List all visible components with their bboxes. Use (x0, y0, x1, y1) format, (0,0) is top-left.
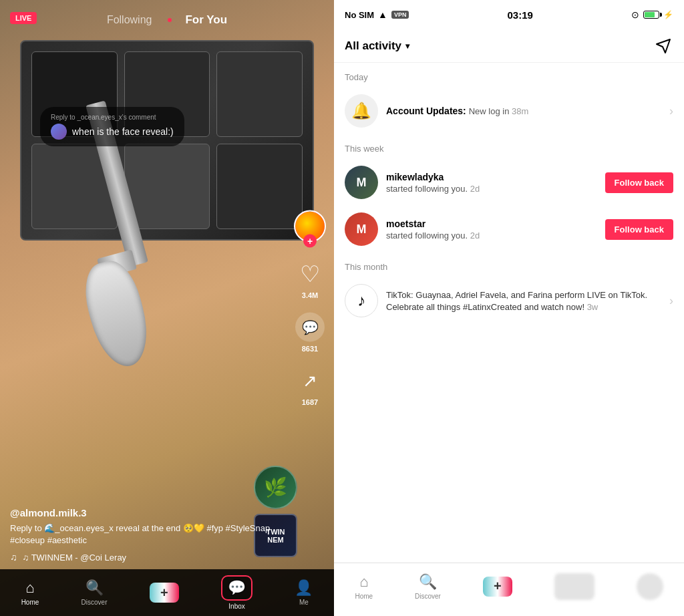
tiktok-logo-icon: ♪ (357, 291, 365, 310)
activity-title: All activity (345, 39, 401, 53)
blurred-nav-2 (637, 573, 663, 600)
chevron-right-tiktok-icon: › (669, 294, 673, 308)
follow-back-mike-button[interactable]: Follow back (605, 172, 673, 193)
home-icon: ⌂ (25, 579, 34, 597)
plus-button-right[interactable]: + (483, 577, 512, 597)
comment-bubble: Reply to _ocean.eyes_x's comment when is… (40, 107, 184, 146)
follow-plus-button[interactable]: + (303, 235, 317, 248)
nav-discover[interactable]: 🔍 Discover (81, 579, 108, 606)
notif-tiktok-live[interactable]: ♪ TikTok: Guaynaa, Adriel Favela, and Fa… (334, 277, 684, 324)
nav-inbox[interactable]: 💬 Inbox (221, 575, 252, 610)
chevron-right-icon: › (669, 104, 673, 118)
notif-account-content: Account Updates: New log in 38m (386, 105, 661, 117)
nav-right-discover[interactable]: 🔍 Discover (415, 573, 441, 600)
activity-dropdown[interactable]: All activity ▾ (345, 39, 409, 53)
nav-right-home[interactable]: ⌂ Home (355, 573, 373, 600)
status-time: 03:19 (508, 9, 533, 21)
heart-icon: ♡ (295, 259, 325, 289)
nav-home[interactable]: ⌂ Home (21, 579, 39, 606)
notif-mike-content: mikewladyka started following you. 2d (386, 172, 597, 194)
right-panel: No SIM ▲ VPN 03:19 ⊙ ⚡ All activity ▾ To… (334, 0, 684, 616)
notif-account-action: New log in 38m (469, 106, 529, 116)
notif-moet-username: moetstar (386, 218, 597, 229)
notif-moetstar[interactable]: M moetstar started following you. 2d Fol… (334, 206, 684, 253)
share-button[interactable]: ↗ 1687 (295, 366, 325, 406)
inbox-icon: 💬 (228, 579, 246, 596)
notif-mikewladyka[interactable]: M mikewladyka started following you. 2d … (334, 159, 684, 206)
notif-tiktok-description: TikTok: Guaynaa, Adriel Favela, and Fari… (386, 289, 661, 313)
sticker-overlay-1: 🌿 (254, 466, 297, 509)
bottom-info: @almond.milk.3 Reply to 🌊_ocean.eyes_x r… (10, 507, 287, 563)
notif-moet-action: started following you. 2d (386, 230, 597, 241)
comment-icon: 💬 (295, 313, 325, 342)
follow-back-moet-button[interactable]: Follow back (605, 219, 673, 240)
notif-mike-username: mikewladyka (386, 172, 597, 182)
carrier-text: No SIM (345, 10, 374, 20)
comment-button[interactable]: 💬 8631 (295, 313, 325, 353)
comment-count: 8631 (302, 345, 318, 353)
notification-header: All activity ▾ (334, 29, 684, 63)
mikewladyka-avatar: M (345, 166, 378, 199)
comment-avatar-row: when is the face reveal:) (51, 124, 174, 140)
section-this-month: This month (334, 253, 684, 277)
send-icon-svg (655, 38, 671, 54)
lightning-icon: ⚡ (663, 10, 673, 19)
notif-tiktok-time: 3w (587, 302, 598, 312)
nav-right-home-label: Home (355, 593, 373, 600)
notif-mike-action: started following you. 2d (386, 184, 597, 194)
svg-marker-0 (657, 39, 670, 53)
nav-right-plus[interactable]: + (483, 577, 512, 597)
battery-icon (643, 11, 659, 19)
nav-inbox-label: Inbox (228, 603, 244, 610)
wifi-icon: ▲ (378, 9, 387, 20)
send-button[interactable] (653, 36, 673, 56)
battery-fill (645, 12, 655, 17)
me-icon: 👤 (295, 579, 313, 597)
vpn-badge: VPN (391, 11, 409, 19)
inbox-button-wrapper[interactable]: 💬 (221, 575, 252, 601)
status-left: No SIM ▲ VPN (345, 9, 409, 20)
section-today: Today (334, 63, 684, 88)
dropdown-arrow-icon: ▾ (405, 41, 409, 51)
comment-reply-text: Reply to _ocean.eyes_x's comment (51, 114, 174, 121)
notif-account-time: 38m (512, 106, 528, 116)
action-buttons: + ♡ 3.4M 💬 8631 ↗ 1687 (294, 210, 326, 406)
like-button[interactable]: ♡ 3.4M (295, 259, 325, 299)
nav-discover-label: Discover (81, 599, 108, 606)
moetstar-avatar: M (345, 212, 378, 246)
brush-bristles (77, 255, 157, 372)
nav-right-me-blur (637, 573, 663, 600)
notif-account-updates[interactable]: 🔔 Account Updates: New log in 38m › (334, 88, 684, 134)
notif-account-title: Account Updates: (386, 106, 469, 116)
top-header: LIVE Following For You (0, 0, 334, 40)
nav-plus[interactable]: + (150, 583, 179, 603)
status-bar: No SIM ▲ VPN 03:19 ⊙ ⚡ (334, 0, 684, 29)
section-this-week: This week (334, 134, 684, 159)
share-count: 1687 (302, 398, 318, 406)
tab-following[interactable]: Following (107, 14, 152, 26)
bell-icon-wrap: 🔔 (345, 94, 378, 128)
tab-foryou[interactable]: For You (185, 13, 227, 27)
signal-icon: ⊙ (631, 9, 639, 20)
notification-list: Today 🔔 Account Updates: New log in 38m … (334, 63, 684, 563)
home-icon-right: ⌂ (359, 573, 368, 591)
share-icon: ↗ (295, 366, 325, 396)
plus-button[interactable]: + (150, 583, 179, 603)
notif-moet-time: 2d (470, 230, 480, 241)
live-badge: LIVE (10, 12, 37, 24)
nav-home-label: Home (21, 599, 39, 606)
mikewladyka-avatar-image: M (345, 166, 378, 199)
notif-moet-content: moetstar started following you. 2d (386, 218, 597, 241)
music-note-icon: ♫ (10, 552, 17, 563)
bottom-nav-left: ⌂ Home 🔍 Discover + 💬 Inbox 👤 Me (0, 569, 334, 616)
music-text: ♫ TWINNEM - @Coi Leray (23, 553, 127, 563)
battery-tip (660, 13, 662, 17)
video-description: Reply to 🌊_ocean.eyes_x reveal at the en… (10, 522, 287, 547)
moetstar-avatar-image: M (345, 212, 378, 246)
nav-me[interactable]: 👤 Me (295, 579, 313, 606)
discover-icon-right: 🔍 (419, 573, 437, 591)
like-count: 3.4M (302, 291, 318, 299)
creator-avatar-container[interactable]: + (294, 210, 326, 243)
left-panel: LIVE Following For You Reply to _ocean.e… (0, 0, 334, 616)
comment-user-avatar (51, 124, 67, 140)
